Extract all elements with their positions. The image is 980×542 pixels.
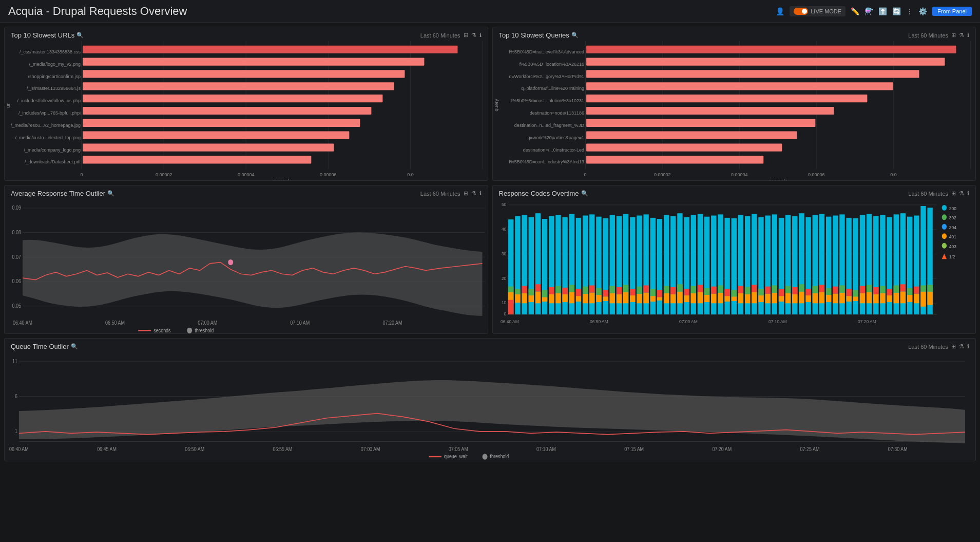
filter-icon-queries[interactable]: ⚗ — [959, 32, 964, 39]
svg-text:1/2: 1/2 — [949, 254, 955, 260]
settings-icon[interactable]: ⚙️ — [918, 7, 927, 15]
svg-text:/_downloads/Datasheet.pdf: /_downloads/Datasheet.pdf — [25, 159, 81, 164]
svg-rect-106 — [522, 293, 527, 304]
svg-text:/_media/custo...elected_top.pn: /_media/custo...elected_top.png — [15, 135, 81, 140]
svg-rect-250 — [846, 296, 851, 302]
svg-text:seconds: seconds — [273, 178, 292, 180]
share-icon[interactable]: ⬆️ — [878, 7, 887, 15]
svg-rect-259 — [866, 292, 871, 304]
dashboard-icon-urls[interactable]: ⊞ — [464, 32, 468, 39]
queue-time-panel: Queue Time Outlier 🔍 Last 60 Minutes ⊞ ⚗… — [4, 338, 976, 461]
slowest-queries-title: Top 10 Slowest Queries — [499, 31, 569, 39]
svg-rect-277 — [907, 295, 912, 302]
search-icon-avg[interactable]: 🔍 — [107, 190, 114, 197]
more-icon[interactable]: ⋮ — [906, 7, 913, 15]
svg-rect-161 — [643, 285, 648, 292]
search-icon-queue[interactable]: 🔍 — [71, 343, 78, 350]
live-mode-toggle[interactable]: LIVE MODE — [790, 6, 846, 16]
svg-text:queue_wait: queue_wait — [444, 454, 468, 460]
svg-text:06:50 AM: 06:50 AM — [590, 319, 608, 325]
svg-rect-20 — [83, 82, 394, 90]
dashboard-icon-response[interactable]: ⊞ — [951, 190, 956, 197]
filter-icon-avg[interactable]: ⚗ — [471, 190, 476, 197]
svg-text:0.0: 0.0 — [890, 172, 897, 177]
svg-rect-104 — [515, 289, 520, 294]
svg-rect-100 — [508, 300, 513, 314]
info-icon-queries[interactable]: ℹ — [967, 32, 969, 39]
info-icon-avg[interactable]: ℹ — [479, 190, 482, 197]
queue-time-chart: 11 6 1 06:40 AM 06:45 AM 06:50 AM 06:55 … — [5, 352, 975, 461]
svg-text:10: 10 — [501, 300, 506, 306]
svg-rect-17 — [83, 46, 457, 53]
svg-rect-118 — [549, 294, 554, 303]
queue-time-title: Queue Time Outlier — [11, 343, 69, 350]
svg-text:07:10 AM: 07:10 AM — [768, 319, 787, 325]
dashboard-icon-queue[interactable]: ⊞ — [951, 343, 956, 350]
svg-rect-247 — [839, 293, 844, 304]
svg-rect-160 — [643, 293, 648, 304]
filter-icon-urls[interactable]: ⚗ — [471, 32, 476, 39]
svg-rect-218 — [772, 285, 777, 292]
user-icon[interactable]: 👤 — [776, 7, 784, 15]
svg-rect-223 — [785, 293, 790, 304]
svg-rect-202 — [738, 293, 743, 304]
svg-text:20: 20 — [501, 275, 506, 281]
svg-rect-191 — [711, 287, 716, 294]
dashboard-icon-queries[interactable]: ⊞ — [951, 32, 956, 39]
svg-text:/_media/logo_my_v2.png: /_media/logo_my_v2.png — [29, 61, 81, 66]
svg-rect-248 — [839, 285, 844, 292]
svg-rect-257 — [859, 286, 864, 293]
info-icon-queue[interactable]: ℹ — [967, 343, 969, 350]
refresh-icon[interactable]: 🔄 — [892, 7, 901, 15]
svg-rect-226 — [792, 294, 797, 303]
info-icon-urls[interactable]: ℹ — [479, 32, 482, 39]
filter-icon[interactable]: ⚗️ — [864, 7, 873, 15]
time-range-urls: Last 60 Minutes — [420, 32, 460, 39]
svg-rect-272 — [893, 285, 898, 292]
svg-text:q=work%20parties&page=1: q=work%20parties&page=1 — [527, 135, 584, 140]
svg-rect-152 — [623, 285, 628, 292]
svg-text:/shopping/cart/confirm.jsp: /shopping/cart/confirm.jsp — [28, 73, 81, 79]
svg-rect-215 — [765, 287, 770, 294]
svg-rect-125 — [562, 288, 567, 294]
svg-rect-23 — [83, 119, 360, 127]
search-icon-urls[interactable]: 🔍 — [76, 32, 84, 39]
from-panel-button[interactable]: From Panel — [932, 7, 972, 16]
svg-text:0.00002: 0.00002 — [156, 172, 172, 177]
svg-rect-172 — [670, 294, 676, 303]
svg-rect-242 — [825, 288, 831, 295]
svg-point-295 — [941, 214, 946, 220]
svg-text:11: 11 — [12, 358, 17, 364]
svg-rect-145 — [609, 293, 614, 304]
panel-header-queue: Queue Time Outlier 🔍 Last 60 Minutes ⊞ ⚗… — [5, 339, 975, 352]
edit-icon[interactable]: ✏️ — [851, 7, 859, 15]
svg-text:/_includes/follow/follow_us.ph: /_includes/follow/follow_us.php — [17, 98, 81, 103]
search-icon-response[interactable]: 🔍 — [581, 190, 588, 197]
svg-text:url: url — [6, 102, 11, 108]
svg-rect-122 — [555, 286, 561, 293]
svg-text:401: 401 — [949, 234, 956, 240]
svg-text:30: 30 — [501, 251, 506, 256]
svg-rect-199 — [731, 296, 736, 301]
slowest-urls-panel: Top 10 Slowest URLs 🔍 Last 60 Minutes ⊞ … — [4, 27, 488, 181]
panel-controls-urls: Last 60 Minutes ⊞ ⚗ ℹ — [420, 32, 482, 39]
svg-rect-241 — [825, 295, 831, 302]
svg-rect-22 — [83, 107, 371, 115]
svg-text:07:20 AM: 07:20 AM — [712, 446, 732, 452]
svg-rect-197 — [724, 289, 729, 296]
svg-rect-146 — [609, 286, 614, 293]
svg-rect-284 — [920, 285, 926, 291]
info-icon-response[interactable]: ℹ — [967, 190, 969, 197]
filter-icon-queue[interactable]: ⚗ — [959, 343, 964, 350]
toggle-switch[interactable] — [794, 8, 808, 15]
svg-text:302: 302 — [949, 215, 956, 221]
svg-text:0.00006: 0.00006 — [320, 172, 337, 177]
svg-rect-203 — [738, 286, 743, 293]
svg-text:06:40 AM: 06:40 AM — [501, 319, 519, 325]
dashboard-icon-avg[interactable]: ⊞ — [464, 190, 468, 197]
svg-rect-107 — [522, 286, 527, 293]
svg-text:0.00006: 0.00006 — [808, 172, 825, 177]
svg-text:f%5B0%5D=cont...ndustry%3AInd1: f%5B0%5D=cont...ndustry%3AInd13 — [509, 159, 584, 164]
filter-icon-response[interactable]: ⚗ — [959, 190, 964, 197]
search-icon-queries[interactable]: 🔍 — [571, 32, 579, 39]
